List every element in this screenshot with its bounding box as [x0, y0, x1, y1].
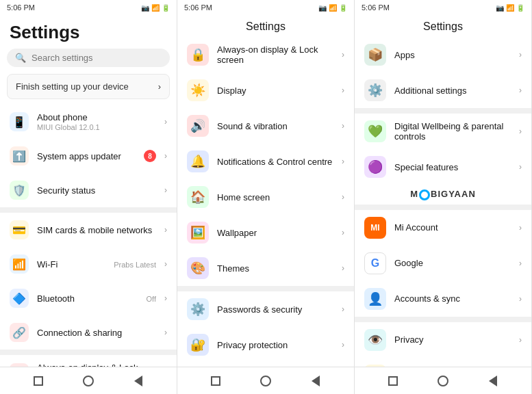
system-apps-badge: 8 — [144, 150, 156, 162]
left-panel-content: Settings 🔍 Finish setting up your device… — [0, 15, 177, 367]
middle-panel-content: 🔒 Always-on display & Lock screen › ☀️ D… — [177, 37, 354, 367]
time-right: 5:06 PM — [362, 3, 390, 12]
mid-always-on-label: Always-on display & Lock screen — [217, 44, 333, 65]
sidebar-item-wifi[interactable]: 📶 Wi-Fi Prabs Latest › — [0, 247, 177, 281]
mid-item-passwords[interactable]: ⚙️ Passwords & security › — [177, 291, 354, 327]
mobigyaan-watermark: MBIGYAAN — [355, 185, 531, 205]
bluetooth-chevron: › — [164, 293, 167, 303]
nav-square-left[interactable] — [31, 374, 45, 388]
divider-2 — [0, 350, 177, 355]
about-phone-icon: 📱 — [10, 112, 29, 131]
security-chevron: › — [164, 185, 167, 195]
mid-homescreen-chevron: › — [342, 192, 344, 202]
status-icons-left: 📷 📶 🔋 — [141, 4, 170, 12]
sidebar-item-sim[interactable]: 💳 SIM cards & mobile networks › — [0, 213, 177, 247]
sidebar-item-always-on[interactable]: 🔒 Always-on display & Lock screen › — [0, 355, 177, 367]
mid-item-homescreen[interactable]: 🏠 Home screen › — [177, 179, 354, 215]
right-apps-chevron: › — [519, 50, 522, 60]
nav-back-mid[interactable] — [309, 374, 322, 388]
right-item-location[interactable]: 📍 Location › — [355, 358, 531, 367]
nav-bar-mid — [177, 367, 354, 394]
right-digital-wellbeing-label: Digital Wellbeing & parental controls — [394, 121, 511, 142]
mid-homescreen-icon: 🏠 — [187, 186, 209, 208]
right-item-apps[interactable]: 📦 Apps › — [355, 37, 531, 73]
nav-bar-right — [355, 367, 531, 394]
right-item-special[interactable]: 🟣 Special features › — [355, 149, 531, 185]
mid-item-themes[interactable]: 🎨 Themes › — [177, 250, 354, 286]
mid-wallpaper-chevron: › — [342, 228, 344, 237]
mid-sound-label: Sound & vibration — [217, 121, 333, 131]
right-digital-wellbeing-chevron: › — [519, 127, 522, 136]
mid-always-on-chevron: › — [342, 50, 344, 60]
right-item-additional[interactable]: ⚙️ Additional settings › — [355, 73, 531, 108]
right-item-privacy[interactable]: 👁️ Privacy › — [355, 322, 531, 358]
system-apps-chevron: › — [164, 151, 167, 161]
mid-wallpaper-icon: 🖼️ — [187, 222, 209, 244]
right-apps-label: Apps — [394, 50, 511, 60]
bluetooth-subtitle: Off — [147, 295, 156, 303]
status-icons-right: 📷 📶 🔋 — [496, 4, 524, 12]
right-item-accounts-sync[interactable]: 👤 Accounts & sync › — [355, 281, 531, 317]
right-digital-wellbeing-icon: 💚 — [364, 120, 386, 142]
security-icon: 🛡️ — [10, 181, 29, 200]
bluetooth-label: Bluetooth — [37, 293, 138, 304]
system-apps-label: System apps updater — [37, 151, 136, 161]
status-bar-right: 5:06 PM 📷 📶 🔋 — [355, 0, 531, 15]
search-input[interactable] — [31, 53, 162, 63]
bluetooth-icon: 🔷 — [10, 289, 29, 308]
mid-item-display[interactable]: ☀️ Display › — [177, 73, 354, 108]
mid-item-notifications[interactable]: 🔔 Notifications & Control centre › — [177, 144, 354, 179]
right-divider-2 — [355, 205, 531, 210]
right-mi-account-chevron: › — [519, 223, 522, 233]
finish-device-chevron: › — [158, 81, 161, 92]
status-bar-left: 5:06 PM 📷 📶 🔋 — [0, 0, 177, 15]
nav-back-right[interactable] — [486, 374, 500, 388]
finish-device-card[interactable]: Finish setting up your device › — [7, 74, 170, 99]
wifi-chevron: › — [164, 259, 167, 269]
right-item-digital-wellbeing[interactable]: 💚 Digital Wellbeing & parental controls … — [355, 114, 531, 149]
right-panel: 5:06 PM 📷 📶 🔋 Settings 📦 Apps › ⚙️ Addit… — [355, 0, 532, 394]
right-special-chevron: › — [519, 162, 522, 172]
right-item-mi-account[interactable]: MI Mi Account › — [355, 210, 531, 246]
sidebar-item-bluetooth[interactable]: 🔷 Bluetooth Off › — [0, 281, 177, 315]
sidebar-item-connection[interactable]: 🔗 Connection & sharing › — [0, 315, 177, 350]
right-accounts-sync-chevron: › — [519, 294, 522, 304]
right-mi-account-icon: MI — [364, 217, 386, 239]
nav-back-left[interactable] — [131, 374, 145, 388]
divider-1 — [0, 207, 177, 213]
nav-square-mid[interactable] — [209, 374, 223, 388]
sidebar-item-security[interactable]: 🛡️ Security status › — [0, 173, 177, 207]
search-box[interactable]: 🔍 — [7, 49, 170, 67]
mid-item-wallpaper[interactable]: 🖼️ Wallpaper › — [177, 215, 354, 250]
right-divider-3 — [355, 317, 531, 322]
right-additional-label: Additional settings — [394, 86, 511, 96]
sidebar-item-system-apps[interactable]: ⬆️ System apps updater 8 › — [0, 139, 177, 173]
mid-display-label: Display — [217, 86, 333, 96]
right-google-icon: G — [364, 252, 386, 274]
mid-item-sound[interactable]: 🔊 Sound & vibration › — [177, 108, 354, 144]
mid-item-always-on[interactable]: 🔒 Always-on display & Lock screen › — [177, 37, 354, 73]
mid-privacy-protection-icon: 🔐 — [187, 334, 209, 356]
nav-circle-right[interactable] — [436, 374, 450, 388]
mid-passwords-icon: ⚙️ — [187, 298, 209, 320]
mid-item-privacy-protection[interactable]: 🔐 Privacy protection › — [177, 327, 354, 363]
right-panel-content: 📦 Apps › ⚙️ Additional settings › 💚 Digi… — [355, 37, 531, 367]
nav-square-right[interactable] — [386, 374, 400, 388]
right-privacy-icon: 👁️ — [364, 329, 386, 351]
right-item-google[interactable]: G Google › — [355, 246, 531, 281]
nav-circle-mid[interactable] — [259, 374, 273, 388]
right-mi-account-label: Mi Account — [394, 222, 511, 233]
wifi-subtitle: Prabs Latest — [114, 261, 156, 269]
mid-notifications-label: Notifications & Control centre — [217, 157, 333, 167]
about-phone-chevron: › — [164, 117, 167, 127]
right-privacy-label: Privacy — [394, 334, 511, 345]
right-google-chevron: › — [519, 259, 522, 268]
wifi-icon: 📶 — [10, 254, 29, 274]
always-on-label-left: Always-on display & Lock screen — [37, 363, 156, 367]
sidebar-item-about-phone[interactable]: 📱 About phone MIUI Global 12.0.1 › — [0, 105, 177, 139]
right-accounts-sync-label: Accounts & sync — [394, 293, 511, 304]
settings-title-mid: Settings — [177, 15, 354, 37]
nav-circle-left[interactable] — [81, 374, 95, 388]
system-apps-icon: ⬆️ — [10, 146, 29, 166]
sim-chevron: › — [164, 225, 167, 235]
